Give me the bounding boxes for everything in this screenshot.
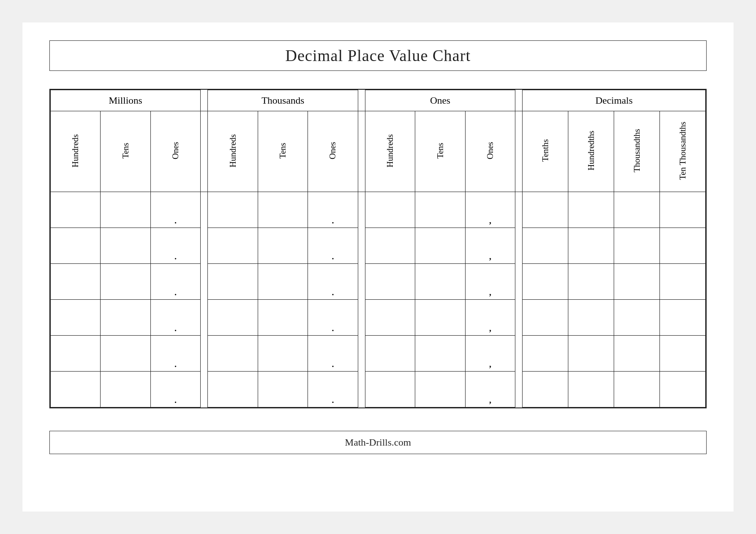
cell[interactable]	[415, 336, 465, 372]
cell[interactable]	[258, 336, 308, 372]
cell[interactable]	[415, 228, 465, 264]
cell[interactable]	[523, 228, 568, 264]
cell[interactable]	[415, 192, 465, 228]
col-millions-tens: Tens	[101, 111, 150, 192]
cell[interactable]	[258, 372, 308, 407]
col-millions-ones: Ones	[150, 111, 200, 192]
group-thousands: Thousands	[208, 90, 358, 111]
cell[interactable]	[258, 228, 308, 264]
cell[interactable]	[614, 228, 660, 264]
cell[interactable]	[660, 192, 706, 228]
data-row: . . ,	[51, 228, 706, 264]
cell-comma: ,	[465, 264, 515, 300]
cell-dot: .	[150, 192, 200, 228]
cell[interactable]	[568, 372, 614, 407]
cell[interactable]	[365, 372, 415, 407]
cell[interactable]	[101, 228, 150, 264]
sep	[201, 264, 208, 300]
sep	[358, 300, 365, 336]
sep	[201, 300, 208, 336]
col-thousands-hundreds: Hundreds	[208, 111, 258, 192]
cell-comma: ,	[465, 228, 515, 264]
page-title: Decimal Place Value Chart	[285, 47, 470, 65]
cell[interactable]	[660, 264, 706, 300]
page: Decimal Place Value Chart	[22, 22, 734, 512]
cell[interactable]	[51, 372, 101, 407]
cell[interactable]	[523, 192, 568, 228]
sep-millions-thousands	[201, 90, 208, 111]
cell[interactable]	[614, 264, 660, 300]
cell[interactable]	[523, 336, 568, 372]
sep	[358, 372, 365, 407]
cell-dot: .	[150, 300, 200, 336]
cell[interactable]	[415, 300, 465, 336]
col-header-row: Hundreds Tens Ones Hundreds Tens Ones Hu…	[51, 111, 706, 192]
cell[interactable]	[568, 300, 614, 336]
cell[interactable]	[365, 192, 415, 228]
cell[interactable]	[523, 264, 568, 300]
cell[interactable]	[208, 336, 258, 372]
cell[interactable]	[568, 336, 614, 372]
col-ones-ones: Ones	[465, 111, 515, 192]
cell[interactable]	[523, 300, 568, 336]
cell[interactable]	[51, 264, 101, 300]
cell[interactable]	[258, 300, 308, 336]
cell[interactable]	[568, 192, 614, 228]
col-thousands-tens: Tens	[258, 111, 308, 192]
cell[interactable]	[258, 264, 308, 300]
cell-dot: .	[308, 192, 358, 228]
cell[interactable]	[208, 264, 258, 300]
cell[interactable]	[415, 264, 465, 300]
col-thousandths: Thousandths	[614, 111, 660, 192]
cell[interactable]	[51, 300, 101, 336]
sep	[201, 228, 208, 264]
group-header-row: Millions Thousands Ones Decimals	[51, 90, 706, 111]
cell[interactable]	[660, 372, 706, 407]
cell-dot: .	[150, 264, 200, 300]
cell[interactable]	[101, 264, 150, 300]
sep	[358, 336, 365, 372]
cell[interactable]	[365, 264, 415, 300]
sep	[201, 192, 208, 228]
cell[interactable]	[614, 372, 660, 407]
title-box: Decimal Place Value Chart	[49, 40, 707, 71]
col-thousands-ones: Ones	[308, 111, 358, 192]
cell[interactable]	[660, 300, 706, 336]
cell[interactable]	[660, 336, 706, 372]
cell[interactable]	[101, 336, 150, 372]
cell[interactable]	[51, 336, 101, 372]
cell[interactable]	[365, 228, 415, 264]
cell[interactable]	[568, 228, 614, 264]
cell[interactable]	[208, 372, 258, 407]
cell[interactable]	[101, 192, 150, 228]
group-decimals: Decimals	[523, 90, 706, 111]
cell[interactable]	[660, 228, 706, 264]
cell[interactable]	[51, 192, 101, 228]
sep	[515, 192, 523, 228]
cell-dot: .	[308, 372, 358, 407]
cell[interactable]	[415, 372, 465, 407]
sep	[358, 192, 365, 228]
cell[interactable]	[258, 192, 308, 228]
sep3	[515, 111, 523, 192]
cell[interactable]	[208, 300, 258, 336]
cell[interactable]	[101, 300, 150, 336]
cell[interactable]	[365, 336, 415, 372]
cell[interactable]	[523, 372, 568, 407]
chart-container: Millions Thousands Ones Decimals Hundred…	[49, 89, 707, 408]
cell[interactable]	[365, 300, 415, 336]
cell[interactable]	[208, 192, 258, 228]
cell[interactable]	[614, 192, 660, 228]
cell[interactable]	[51, 228, 101, 264]
cell[interactable]	[614, 336, 660, 372]
cell[interactable]	[101, 372, 150, 407]
sep	[515, 264, 523, 300]
cell[interactable]	[568, 264, 614, 300]
cell[interactable]	[614, 300, 660, 336]
data-row: . . ,	[51, 300, 706, 336]
sep	[515, 372, 523, 407]
sep	[358, 228, 365, 264]
cell[interactable]	[208, 228, 258, 264]
cell-comma: ,	[465, 372, 515, 407]
sep	[515, 228, 523, 264]
